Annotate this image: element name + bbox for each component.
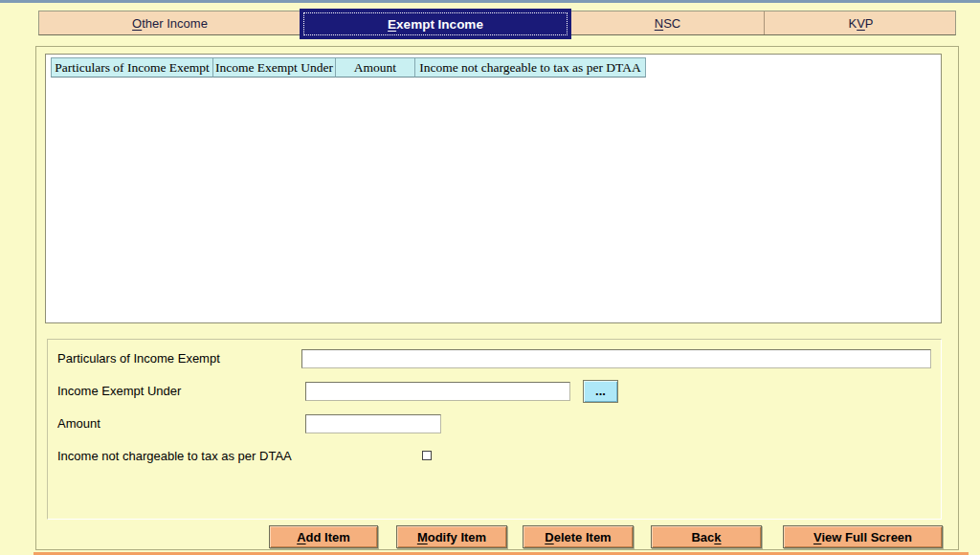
exempt-under-input[interactable]	[305, 382, 570, 401]
tab-bar: Other Income Exempt Income NSC KVP	[38, 11, 956, 35]
column-header-dtaa: Income not chargeable to tax as per DTAA	[415, 57, 646, 78]
delete-item-button[interactable]: Delete Item	[523, 525, 634, 548]
column-header-exempt-under: Income Exempt Under	[213, 57, 336, 78]
grid-header-row: Particulars of Income Exempt Income Exem…	[51, 57, 646, 78]
entry-form-panel: Particulars of Income Exempt Income Exem…	[47, 339, 942, 520]
exempt-under-browse-button[interactable]: ...	[583, 380, 618, 403]
dtaa-checkbox[interactable]	[422, 451, 432, 460]
app-window: Other Income Exempt Income NSC KVP Parti…	[0, 0, 980, 555]
tab-nsc[interactable]: NSC	[570, 11, 764, 34]
window-top-edge	[0, 0, 980, 3]
column-header-amount: Amount	[336, 57, 415, 78]
exempt-income-page: Particulars of Income Exempt Income Exem…	[35, 46, 959, 550]
amount-label: Amount	[57, 416, 100, 431]
particulars-input[interactable]	[301, 349, 931, 368]
column-header-particulars: Particulars of Income Exempt	[51, 57, 213, 78]
exempt-income-grid[interactable]: Particulars of Income Exempt Income Exem…	[45, 54, 942, 323]
dtaa-label: Income not chargeable to tax as per DTAA	[57, 449, 292, 463]
amount-input[interactable]	[305, 414, 441, 433]
modify-item-button[interactable]: Modify Item	[396, 525, 507, 548]
add-item-button[interactable]: Add Item	[269, 525, 378, 548]
view-full-screen-button[interactable]: View Full Screen	[783, 525, 943, 548]
tab-exempt-income[interactable]: Exempt Income	[301, 10, 570, 38]
particulars-label: Particulars of Income Exempt	[57, 351, 220, 366]
exempt-under-label: Income Exempt Under	[57, 384, 181, 398]
tab-kvp[interactable]: KVP	[764, 11, 957, 34]
tab-other-income[interactable]: Other Income	[39, 11, 301, 34]
back-button[interactable]: Back	[651, 525, 762, 548]
